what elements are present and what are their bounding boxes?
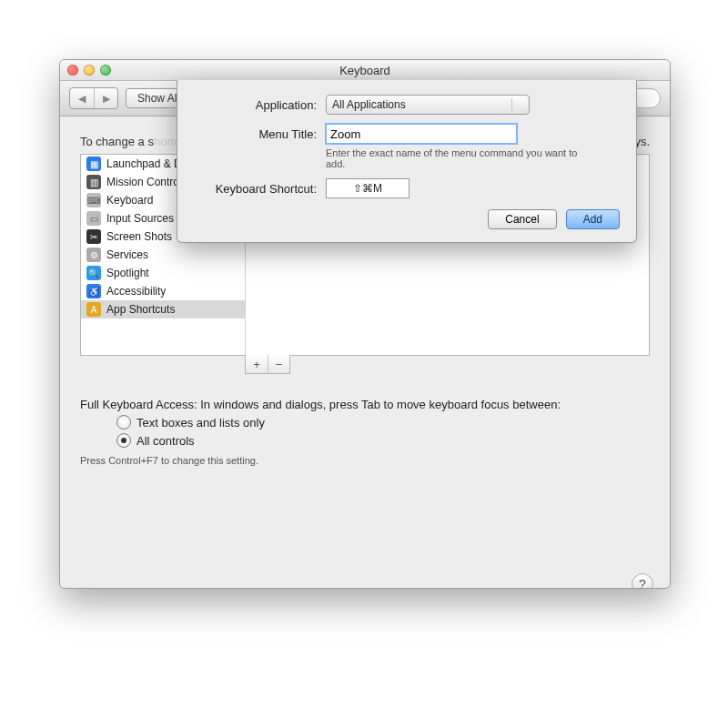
titlebar: Keyboard [60, 60, 670, 81]
add-button[interactable]: Add [566, 209, 620, 229]
application-popup[interactable]: All Applications ▴▾ [326, 95, 530, 115]
application-label: Application: [194, 98, 326, 112]
popup-arrows-icon: ▴▾ [520, 97, 523, 112]
fka-hint: Press Control+F7 to change this setting. [80, 455, 650, 466]
nav-back-forward: ◀ ▶ [69, 87, 118, 109]
keyboard-shortcut-field[interactable]: ⇧⌘M [326, 178, 410, 198]
window-controls [67, 65, 111, 76]
back-button[interactable]: ◀ [70, 88, 94, 108]
fka-radio-allcontrols[interactable]: All controls [116, 433, 650, 448]
zoom-window-button[interactable] [100, 65, 111, 76]
minimize-window-button[interactable] [84, 65, 95, 76]
help-button[interactable]: ? [632, 573, 653, 589]
remove-shortcut-button[interactable]: − [268, 355, 289, 373]
radio-icon [116, 415, 131, 430]
add-remove-segment: + − [245, 355, 290, 374]
add-shortcut-sheet: Application: All Applications ▴▾ Menu Ti… [177, 80, 637, 243]
add-shortcut-button[interactable]: + [246, 355, 268, 373]
full-keyboard-access-label: Full Keyboard Access: In windows and dia… [80, 398, 650, 411]
keyboard-shortcut-label: Keyboard Shortcut: [194, 182, 326, 196]
category-row: ♿Accessibility [81, 282, 245, 300]
window-title: Keyboard [60, 64, 670, 77]
forward-button[interactable]: ▶ [94, 88, 117, 108]
fka-radio-textboxes[interactable]: Text boxes and lists only [116, 415, 650, 430]
cancel-button[interactable]: Cancel [488, 209, 556, 229]
radio-icon [116, 433, 131, 448]
menu-title-input[interactable] [326, 124, 517, 144]
category-row-selected: AApp Shortcuts [81, 300, 245, 318]
category-row: 🔍Spotlight [81, 264, 245, 282]
close-window-button[interactable] [67, 65, 78, 76]
category-row: ⚙Services [81, 246, 245, 264]
menu-title-label: Menu Title: [194, 127, 326, 141]
menu-title-help: Enter the exact name of the menu command… [326, 147, 581, 169]
